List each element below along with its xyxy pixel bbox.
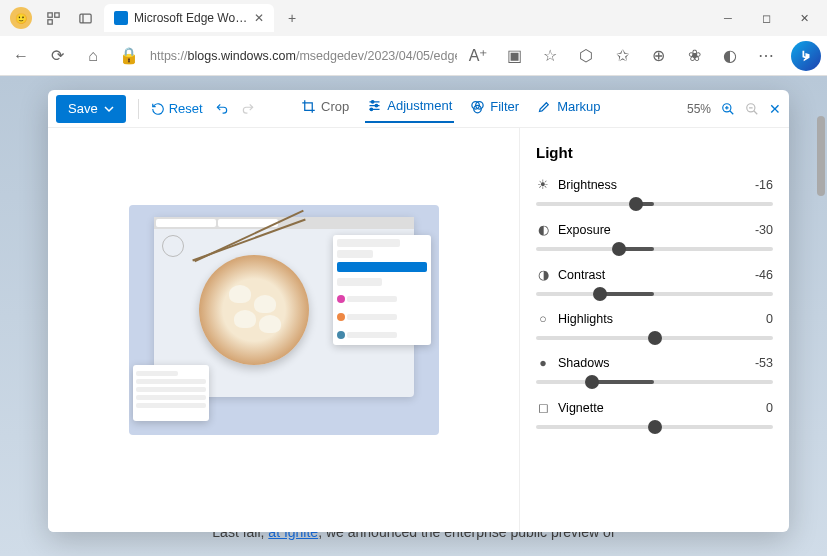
reset-button[interactable]: Reset	[151, 101, 203, 116]
adjust-slider[interactable]	[536, 292, 773, 296]
adjust-slider[interactable]	[536, 380, 773, 384]
bing-chat-button[interactable]	[791, 41, 821, 71]
filter-icon	[470, 99, 485, 114]
vignette-icon: ◻	[536, 400, 550, 415]
browser-tab[interactable]: Microsoft Edge Workspaces pub… ✕	[104, 4, 274, 32]
svg-rect-0	[47, 12, 51, 16]
adjust-label: Highlights	[558, 312, 613, 326]
adjust-highlights: ○ Highlights 0	[536, 312, 773, 340]
adjust-label: Contrast	[558, 268, 605, 282]
tool-filter[interactable]: Filter	[468, 95, 521, 122]
svg-rect-2	[47, 19, 51, 23]
adjustment-panel: Light ☀ Brightness -16 ◐ Exposure -30 ◑ …	[519, 128, 789, 532]
site-lock-icon[interactable]: 🔒	[114, 41, 144, 71]
svg-point-10	[370, 108, 373, 111]
slider-thumb[interactable]	[612, 242, 626, 256]
tab-actions-icon[interactable]	[74, 7, 96, 29]
url-path: /msedgedev/2023/04/05/edge-workspaces-pr…	[296, 49, 457, 63]
save-button[interactable]: Save	[56, 95, 126, 123]
window-maximize-button[interactable]: ◻	[747, 3, 785, 33]
slider-thumb[interactable]	[648, 420, 662, 434]
browser-toolbar: ← ⟳ ⌂ 🔒 https://blogs.windows.com/msedge…	[0, 36, 827, 76]
window-titlebar: 🙂 Microsoft Edge Workspaces pub… ✕ + ─ ◻…	[0, 0, 827, 36]
more-menu-icon[interactable]: ⋯	[751, 41, 781, 71]
url-host: blogs.windows.com	[188, 49, 296, 63]
shadows-icon: ●	[536, 356, 550, 370]
adjust-value: -53	[755, 356, 773, 370]
tab-close-icon[interactable]: ✕	[254, 11, 264, 25]
adjust-value: 0	[766, 312, 773, 326]
adjust-contrast: ◑ Contrast -46	[536, 267, 773, 296]
adjust-value: -46	[755, 268, 773, 282]
undo-icon	[215, 102, 229, 116]
nav-back-button[interactable]: ←	[6, 41, 36, 71]
image-editor: Save Reset Crop Adjustment	[48, 90, 789, 532]
adjust-slider[interactable]	[536, 247, 773, 251]
read-aloud-icon[interactable]: A⁺	[463, 41, 493, 71]
exposure-icon: ◐	[536, 222, 550, 237]
svg-line-15	[730, 110, 734, 114]
url-protocol: https://	[150, 49, 188, 63]
undo-button[interactable]	[215, 102, 229, 116]
page-scrollbar[interactable]	[817, 116, 825, 196]
extensions-icon[interactable]: ⬡	[571, 41, 601, 71]
chevron-down-icon	[104, 104, 114, 114]
window-minimize-button[interactable]: ─	[709, 3, 747, 33]
tab-favicon	[114, 11, 128, 25]
slider-thumb[interactable]	[593, 287, 607, 301]
adjust-exposure: ◐ Exposure -30	[536, 222, 773, 251]
adjustment-icon	[367, 98, 382, 113]
svg-rect-3	[79, 14, 90, 23]
tool-crop[interactable]: Crop	[299, 95, 351, 122]
adjust-shadows: ● Shadows -53	[536, 356, 773, 384]
tool-markup[interactable]: Markup	[535, 95, 602, 122]
favorite-icon[interactable]: ☆	[535, 41, 565, 71]
adjust-brightness: ☀ Brightness -16	[536, 177, 773, 206]
profile-avatar[interactable]: 🙂	[10, 7, 32, 29]
tool-adjustment[interactable]: Adjustment	[365, 94, 454, 123]
address-bar[interactable]: https://blogs.windows.com/msedgedev/2023…	[150, 41, 457, 71]
adjust-label: Shadows	[558, 356, 609, 370]
contrast-icon: ◑	[536, 267, 550, 282]
slider-thumb[interactable]	[585, 375, 599, 389]
tab-title: Microsoft Edge Workspaces pub…	[134, 11, 248, 25]
shopping-icon[interactable]: ❀	[679, 41, 709, 71]
favorites-bar-icon[interactable]: ✩	[607, 41, 637, 71]
adjust-label: Vignette	[558, 401, 604, 415]
adjust-value: -30	[755, 223, 773, 237]
svg-line-19	[754, 110, 758, 114]
adjust-slider[interactable]	[536, 425, 773, 429]
adjust-slider[interactable]	[536, 202, 773, 206]
editor-close-button[interactable]: ✕	[769, 101, 781, 117]
image-preview	[129, 205, 439, 435]
adjust-slider[interactable]	[536, 336, 773, 340]
zoom-in-icon	[721, 102, 735, 116]
page-content: Last fall, at Ignite, we announced the e…	[0, 76, 827, 556]
workspaces-icon[interactable]	[42, 7, 64, 29]
adjust-label: Exposure	[558, 223, 611, 237]
collections-icon[interactable]: ⊕	[643, 41, 673, 71]
redo-button[interactable]	[241, 102, 255, 116]
crop-icon	[301, 99, 316, 114]
zoom-out-button[interactable]	[745, 102, 759, 116]
slider-thumb[interactable]	[629, 197, 643, 211]
translate-icon[interactable]: ▣	[499, 41, 529, 71]
editor-canvas[interactable]	[48, 128, 519, 532]
nav-refresh-button[interactable]: ⟳	[42, 41, 72, 71]
svg-point-8	[372, 101, 375, 104]
window-close-button[interactable]: ✕	[785, 3, 823, 33]
svg-rect-1	[54, 12, 58, 16]
brightness-icon: ☀	[536, 177, 550, 192]
sidebar-icon[interactable]: ◐	[715, 41, 745, 71]
nav-home-button[interactable]: ⌂	[78, 41, 108, 71]
adjust-value: 0	[766, 401, 773, 415]
redo-icon	[241, 102, 255, 116]
zoom-in-button[interactable]	[721, 102, 735, 116]
zoom-percent: 55%	[687, 102, 711, 116]
highlights-icon: ○	[536, 312, 550, 326]
new-tab-button[interactable]: +	[280, 10, 304, 26]
slider-thumb[interactable]	[648, 331, 662, 345]
adjust-vignette: ◻ Vignette 0	[536, 400, 773, 429]
reset-icon	[151, 102, 165, 116]
editor-toolbar: Save Reset Crop Adjustment	[48, 90, 789, 128]
